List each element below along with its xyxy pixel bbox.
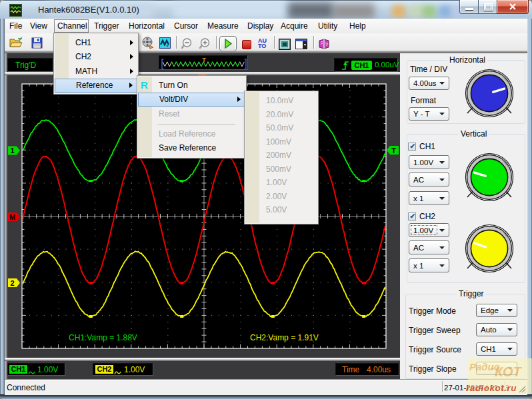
svg-text:T: T <box>202 57 206 63</box>
svg-text:CH2:Vamp = 1.91V: CH2:Vamp = 1.91V <box>250 333 319 342</box>
svg-text:T: T <box>391 147 396 155</box>
svg-text:1: 1 <box>10 147 14 155</box>
svg-text:2: 2 <box>10 279 14 287</box>
svg-text:?: ? <box>325 41 329 47</box>
svg-text:CH1:Vamp = 1.88V: CH1:Vamp = 1.88V <box>69 333 137 342</box>
svg-text:M: M <box>9 213 15 221</box>
